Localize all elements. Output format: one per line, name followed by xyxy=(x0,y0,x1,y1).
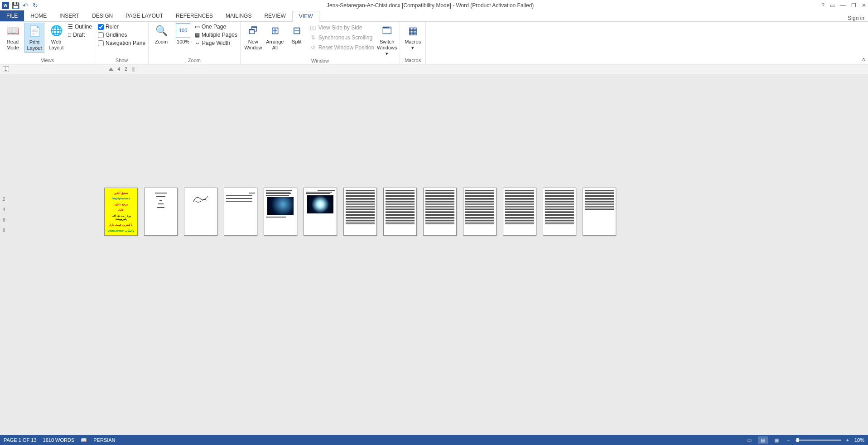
help-icon[interactable]: ? xyxy=(821,2,825,9)
print-layout-button[interactable]: 📄 Print Layout xyxy=(24,23,44,53)
tab-page-layout[interactable]: PAGE LAYOUT xyxy=(119,10,169,21)
redo-icon[interactable]: ↻ xyxy=(32,2,39,9)
indent-marker-icon[interactable] xyxy=(109,68,113,71)
one-page-button[interactable]: ▭ One Page xyxy=(195,24,237,30)
minimize-icon[interactable]: — xyxy=(840,2,846,9)
zoom-thumb[interactable] xyxy=(796,438,799,442)
reset-position-icon: ↺ xyxy=(309,44,317,51)
split-button[interactable]: ⊟ Split xyxy=(287,23,307,46)
maximize-icon[interactable]: ❐ xyxy=(851,2,856,9)
cover-line3: مرجع دانلود xyxy=(106,203,135,206)
zoom-in-button[interactable]: + xyxy=(844,437,851,443)
tab-stop-selector[interactable]: L xyxy=(3,66,9,72)
page-width-button[interactable]: ↔ Page Width xyxy=(195,40,237,46)
zoom-out-button[interactable]: − xyxy=(785,437,791,443)
new-window-button[interactable]: 🗗 New Window xyxy=(243,23,263,52)
language-indicator[interactable]: PERSIAN xyxy=(93,437,115,443)
page-thumb-13[interactable] xyxy=(583,188,616,236)
tab-design[interactable]: DESIGN xyxy=(86,10,119,21)
undo-icon[interactable]: ↶ xyxy=(22,2,29,9)
spellcheck-icon[interactable]: 📖 xyxy=(81,437,87,443)
tab-references[interactable]: REFERENCES xyxy=(169,10,219,21)
page-width-icon: ↔ xyxy=(195,40,200,46)
group-views-label: Views xyxy=(3,58,92,64)
page-thumb-2[interactable] xyxy=(144,188,178,236)
outline-label: Outline xyxy=(75,24,92,30)
comet-image-icon xyxy=(267,197,294,215)
page-thumb-12[interactable] xyxy=(543,188,576,236)
draft-button[interactable]: □ Draft xyxy=(68,32,92,38)
arrange-all-button[interactable]: ⊞ Arrange All xyxy=(265,23,285,52)
page-thumb-4[interactable] xyxy=(224,188,257,236)
tab-view[interactable]: VIEW xyxy=(292,11,320,22)
ribbon-options-icon[interactable]: ▭ xyxy=(830,2,835,9)
page-thumb-8[interactable] xyxy=(383,188,417,236)
view-side-by-side-button: ▯▯ View Side by Side xyxy=(309,24,375,32)
gridlines-check-input[interactable] xyxy=(98,32,104,38)
print-layout-icon: 📄 xyxy=(27,24,42,39)
split-label: Split xyxy=(292,39,301,45)
tab-file[interactable]: FILE xyxy=(0,10,24,21)
switch-windows-icon: 🗔 xyxy=(380,24,394,38)
print-layout-view-icon[interactable]: ▤ xyxy=(758,436,768,444)
word-count[interactable]: 1610 WORDS xyxy=(43,437,75,443)
window-buttons: ? ▭ — ❐ ✕ xyxy=(821,2,866,9)
tab-review[interactable]: REVIEW xyxy=(258,10,292,21)
sync-scroll-icon: ⇅ xyxy=(309,34,317,41)
sign-in-link[interactable]: Sign in xyxy=(848,15,868,21)
gridlines-label: Gridlines xyxy=(106,32,127,38)
zoom-100-button[interactable]: 100 100% xyxy=(173,23,193,46)
cover-line6: با کمترین قیمت بازار xyxy=(106,223,135,226)
page-thumb-10[interactable] xyxy=(463,188,497,236)
ruler-check-input[interactable] xyxy=(98,24,104,30)
cover-line1: تحقیق آنلاین xyxy=(106,191,135,194)
gridlines-checkbox[interactable]: Gridlines xyxy=(98,32,145,38)
ribbon-tabs: FILE HOME INSERT DESIGN PAGE LAYOUT REFE… xyxy=(0,11,868,22)
tab-insert[interactable]: INSERT xyxy=(53,10,86,21)
draft-label: Draft xyxy=(73,32,85,38)
new-window-icon: 🗗 xyxy=(246,24,260,38)
zoom-button[interactable]: 🔍 Zoom xyxy=(151,23,171,46)
web-layout-button[interactable]: 🌐 Web Layout xyxy=(46,23,66,52)
read-mode-view-icon[interactable]: ▭ xyxy=(744,436,754,444)
vruler-8: 8 xyxy=(3,228,5,233)
horizontal-ruler[interactable]: L 4 2 xyxy=(0,64,868,74)
group-zoom: 🔍 Zoom 100 100% ▭ One Page ▦ Multiple Pa… xyxy=(149,22,241,64)
navpane-check-input[interactable] xyxy=(98,40,104,46)
read-mode-button[interactable]: 📖 Read Mode xyxy=(3,23,23,52)
ruler-checkbox[interactable]: Ruler xyxy=(98,24,145,30)
page-thumb-11[interactable] xyxy=(503,188,536,236)
zoom-slider[interactable] xyxy=(796,440,841,441)
bismillah-icon xyxy=(186,190,215,208)
collapse-ribbon-icon[interactable]: ʌ xyxy=(862,56,865,62)
page-thumb-6[interactable] xyxy=(304,188,337,236)
zoom-percent[interactable]: 10% xyxy=(854,437,864,443)
macros-button[interactable]: ▦ Macros▾ xyxy=(403,23,423,52)
document-area[interactable]: 2 4 6 8 تحقیق آنلاین Tahghighonline.ir م… xyxy=(0,74,868,435)
group-macros: ▦ Macros▾ Macros xyxy=(400,22,426,64)
outline-button[interactable]: ☰ Outline xyxy=(68,24,92,30)
group-macros-label: Macros xyxy=(403,58,423,64)
tab-mailings[interactable]: MAILINGS xyxy=(219,10,258,21)
zoom-label: Zoom xyxy=(155,39,168,45)
ruler-tick-4: 4 xyxy=(118,67,121,72)
vertical-ruler[interactable]: 2 4 6 8 xyxy=(3,197,5,233)
page-thumb-1[interactable]: تحقیق آنلاین Tahghighonline.ir مرجع دانل… xyxy=(104,188,138,236)
page-thumb-7[interactable] xyxy=(343,188,377,236)
close-icon[interactable]: ✕ xyxy=(862,2,866,9)
page-thumb-5[interactable] xyxy=(264,188,297,236)
web-layout-view-icon[interactable]: ▦ xyxy=(772,436,781,444)
margin-marker-icon[interactable] xyxy=(132,67,135,72)
vruler-4: 4 xyxy=(3,207,5,212)
page-count[interactable]: PAGE 1 OF 13 xyxy=(4,437,37,443)
switch-windows-button[interactable]: 🗔 Switch Windows ▾ xyxy=(377,23,397,58)
page-thumb-9[interactable] xyxy=(423,188,457,236)
status-bar: PAGE 1 OF 13 1610 WORDS 📖 PERSIAN ▭ ▤ ▦ … xyxy=(0,435,868,445)
save-icon[interactable]: 💾 xyxy=(12,2,19,9)
window-title: Jens-Setaregan-Az-Chist.docx [Compatibil… xyxy=(39,2,821,9)
navpane-checkbox[interactable]: Navigation Pane xyxy=(98,40,145,46)
multiple-pages-button[interactable]: ▦ Multiple Pages xyxy=(195,32,237,38)
tab-home[interactable]: HOME xyxy=(24,10,53,21)
page-thumb-3[interactable] xyxy=(184,188,217,236)
read-mode-label: Read Mode xyxy=(4,39,22,51)
